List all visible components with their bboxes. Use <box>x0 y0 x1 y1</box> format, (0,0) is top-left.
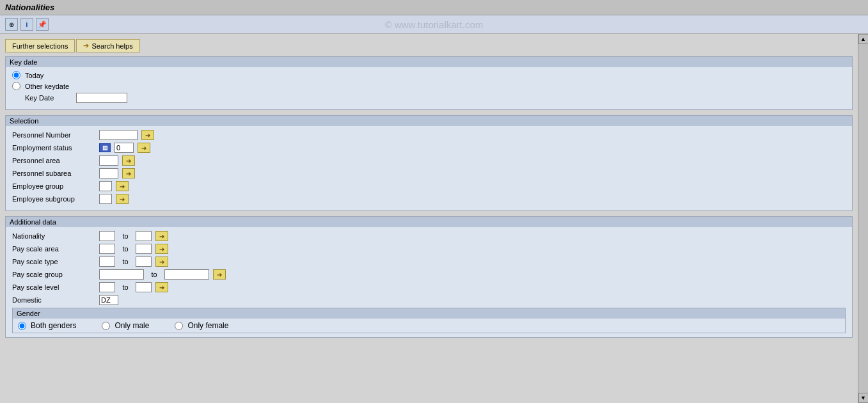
main-window: Nationalities ⊕ i 📌 © www.tutorialkart.c… <box>0 0 868 403</box>
pay-scale-group-row: Pay scale group to ➔ <box>12 269 846 280</box>
pay-scale-type-from-input[interactable] <box>99 257 115 267</box>
only-female-label: Only female <box>187 321 228 330</box>
pay-scale-type-to-input[interactable] <box>136 257 152 267</box>
personnel-area-label: Personnel area <box>12 157 95 164</box>
title-bar: Nationalities <box>0 0 868 15</box>
selection-body: Personnel Number ➔ Employment status ▤ ➔… <box>6 126 852 210</box>
both-genders-option: Both genders <box>18 321 76 330</box>
pay-scale-area-to-label: to <box>119 245 132 253</box>
key-date-header: Key date <box>6 57 852 67</box>
today-label: Today <box>25 72 43 79</box>
personnel-area-row: Personnel area ➔ <box>12 155 846 166</box>
additional-data-body: Nationality to ➔ Pay scale area to ➔ <box>6 227 852 337</box>
nationality-arrow[interactable]: ➔ <box>155 231 168 241</box>
employee-group-input[interactable] <box>99 181 112 191</box>
tab-further-selections[interactable]: Further selections <box>5 39 75 52</box>
employee-group-arrow[interactable]: ➔ <box>116 181 129 191</box>
today-radio[interactable] <box>12 71 20 79</box>
employment-status-arrow[interactable]: ➔ <box>138 143 150 153</box>
pay-scale-level-to-input[interactable] <box>136 282 152 292</box>
nationality-from-input[interactable] <box>99 231 115 241</box>
tab-arrow-icon: ➔ <box>83 42 89 50</box>
nationality-label: Nationality <box>12 232 95 240</box>
only-male-option: Only male <box>102 321 149 330</box>
pay-scale-type-to-label: to <box>119 258 132 265</box>
pay-scale-group-to-input[interactable] <box>164 269 209 280</box>
personnel-subarea-row: Personnel subarea ➔ <box>12 168 846 178</box>
pay-scale-type-arrow[interactable]: ➔ <box>155 257 168 267</box>
only-male-radio[interactable] <box>102 322 110 330</box>
other-keydate-radio[interactable] <box>12 82 20 90</box>
personnel-number-row: Personnel Number ➔ <box>12 130 846 140</box>
pay-scale-group-label: Pay scale group <box>12 271 95 278</box>
personnel-subarea-label: Personnel subarea <box>12 170 95 177</box>
pay-scale-group-to-label: to <box>148 271 161 278</box>
pay-scale-area-label: Pay scale area <box>12 245 95 253</box>
key-date-input-row: Key Date <box>12 93 846 103</box>
search-helps-label: Search helps <box>91 42 132 50</box>
scroll-down-arrow[interactable]: ▼ <box>858 393 869 403</box>
additional-data-header: Additional data <box>6 217 852 227</box>
employee-subgroup-arrow[interactable]: ➔ <box>116 194 129 204</box>
gender-section: Gender Both genders Only male <box>12 308 846 333</box>
personnel-number-input[interactable] <box>99 130 138 140</box>
main-panel: Further selections ➔ Search helps Key da… <box>0 34 858 403</box>
toolbar-info-btn[interactable]: i <box>20 18 33 31</box>
pay-scale-type-row: Pay scale type to ➔ <box>12 257 846 267</box>
personnel-subarea-input[interactable] <box>99 168 118 178</box>
only-female-option: Only female <box>175 321 228 330</box>
employment-icon[interactable]: ▤ <box>99 143 111 152</box>
employment-status-label: Employment status <box>12 144 95 152</box>
tab-search-helps[interactable]: ➔ Search helps <box>76 39 139 52</box>
personnel-number-label: Personnel Number <box>12 131 95 139</box>
employee-subgroup-input[interactable] <box>99 194 112 204</box>
pay-scale-area-row: Pay scale area to ➔ <box>12 244 846 254</box>
key-date-body: Today Other keydate Key Date <box>6 67 852 109</box>
both-genders-radio[interactable] <box>18 322 26 330</box>
nationality-to-input[interactable] <box>136 231 152 241</box>
only-female-radio[interactable] <box>175 322 183 330</box>
pay-scale-type-label: Pay scale type <box>12 258 95 265</box>
employment-status-input[interactable] <box>114 143 134 153</box>
scroll-up-arrow[interactable]: ▲ <box>858 34 869 44</box>
gender-body: Both genders Only male Only female <box>13 319 845 333</box>
key-date-label: Key Date <box>25 94 76 102</box>
gender-section-header: Gender <box>13 308 845 319</box>
employee-group-label: Employee group <box>12 182 95 190</box>
selection-header: Selection <box>6 116 852 126</box>
both-genders-label: Both genders <box>31 321 76 330</box>
scrollbar[interactable]: ▲ ▼ <box>858 34 868 403</box>
additional-data-section: Additional data Nationality to ➔ Pay sca… <box>5 216 853 338</box>
pay-scale-level-from-input[interactable] <box>99 282 115 292</box>
nationality-to-label: to <box>119 232 132 240</box>
employee-group-row: Employee group ➔ <box>12 181 846 191</box>
personnel-area-input[interactable] <box>99 155 118 166</box>
pay-scale-area-from-input[interactable] <box>99 244 115 254</box>
pay-scale-area-to-input[interactable] <box>136 244 152 254</box>
employee-subgroup-label: Employee subgroup <box>12 195 95 203</box>
personnel-area-arrow[interactable]: ➔ <box>122 155 135 166</box>
pay-scale-level-row: Pay scale level to ➔ <box>12 282 846 292</box>
personnel-number-arrow[interactable]: ➔ <box>141 130 154 140</box>
toolbar-pin-btn[interactable]: 📌 <box>36 18 49 31</box>
pay-scale-level-label: Pay scale level <box>12 283 95 291</box>
personnel-subarea-arrow[interactable]: ➔ <box>122 168 135 178</box>
content-area: Further selections ➔ Search helps Key da… <box>0 34 868 403</box>
key-date-section: Key date Today Other keydate Key Date <box>5 56 853 110</box>
pay-scale-level-to-label: to <box>119 283 132 291</box>
pay-scale-level-arrow[interactable]: ➔ <box>155 282 168 292</box>
domestic-row: Domestic <box>12 295 846 305</box>
toolbar-world-btn[interactable]: ⊕ <box>5 18 18 31</box>
pay-scale-area-arrow[interactable]: ➔ <box>155 244 168 254</box>
app-title: Nationalities <box>5 3 54 12</box>
domestic-input[interactable] <box>99 295 118 305</box>
selection-section: Selection Personnel Number ➔ Employment … <box>5 115 853 211</box>
watermark: © www.tutorialkart.com <box>385 19 484 30</box>
toolbar: ⊕ i 📌 © www.tutorialkart.com <box>0 15 868 34</box>
today-row: Today <box>12 71 846 79</box>
pay-scale-group-arrow[interactable]: ➔ <box>213 269 226 280</box>
pay-scale-group-from-input[interactable] <box>99 269 144 280</box>
further-selections-label: Further selections <box>12 42 68 50</box>
key-date-input[interactable] <box>76 93 127 103</box>
domestic-label: Domestic <box>12 296 95 304</box>
